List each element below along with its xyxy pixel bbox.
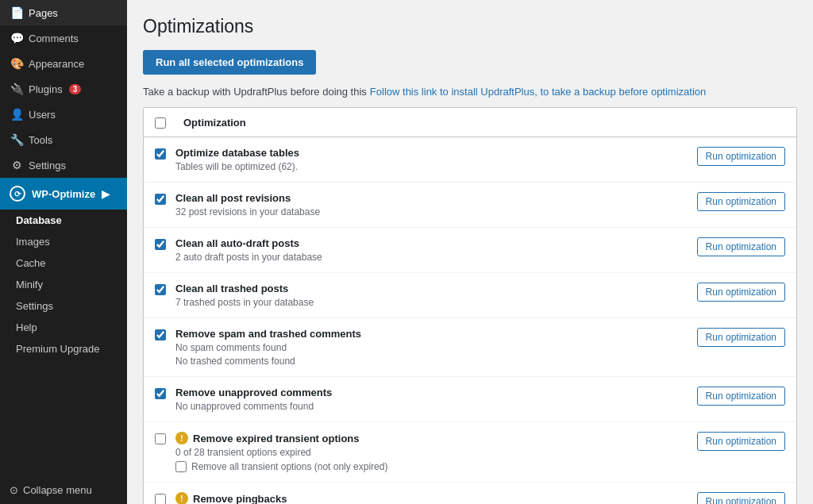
settings-sub-label: Settings	[16, 300, 53, 312]
opt-action-clean-auto-draft: Run optimization	[697, 237, 785, 256]
table-row: Remove spam and trashed comments No spam…	[144, 318, 796, 377]
table-row: Clean all post revisions 32 post revisio…	[144, 183, 796, 228]
run-opt-btn-clean-auto-draft[interactable]: Run optimization	[697, 237, 785, 256]
checkbox-remove-unapproved-comments[interactable]	[155, 388, 166, 399]
warning-icon-pingbacks: !	[175, 492, 188, 504]
table-header-row: Optimization	[144, 108, 796, 137]
checkbox-clean-post-revisions[interactable]	[155, 194, 166, 205]
sidebar-item-minify[interactable]: Minify	[0, 274, 127, 295]
transient-sub-option: Remove all transient options (not only e…	[175, 461, 688, 472]
sidebar-item-plugins[interactable]: 🔌 Plugins 3	[0, 76, 127, 102]
run-opt-btn-remove-pingbacks[interactable]: Run optimization	[697, 492, 785, 504]
opt-desc-clean-auto-draft: 2 auto draft posts in your database	[175, 252, 688, 263]
opt-title-clean-auto-draft: Clean all auto-draft posts	[175, 237, 688, 249]
opt-action-remove-spam-comments: Run optimization	[697, 328, 785, 347]
main-content: Optimizations Run all selected optimizat…	[127, 0, 813, 504]
table-row: Clean all auto-draft posts 2 auto draft …	[144, 228, 796, 273]
wp-optimize-header[interactable]: ⟳ WP-Optimize ▶	[0, 178, 127, 210]
opt-content-clean-auto-draft: Clean all auto-draft posts 2 auto draft …	[175, 237, 688, 263]
database-label: Database	[16, 214, 62, 226]
sidebar: 📄 Pages 💬 Comments 🎨 Appearance 🔌 Plugin…	[0, 0, 127, 504]
checkbox-clean-auto-draft[interactable]	[155, 239, 166, 250]
sidebar-item-cache[interactable]: Cache	[0, 252, 127, 274]
sidebar-label-pages: Pages	[29, 7, 58, 19]
checkbox-remove-pingbacks[interactable]	[155, 494, 166, 504]
plugins-icon: 🔌	[10, 83, 24, 95]
opt-desc-optimize-db-tables: Tables will be optimized (62).	[175, 161, 688, 172]
transient-all-checkbox[interactable]	[175, 461, 187, 472]
table-row: Remove unapproved comments No unapproved…	[144, 377, 796, 422]
run-opt-btn-optimize-db-tables[interactable]: Run optimization	[697, 147, 785, 166]
wp-optimize-icon: ⟳	[10, 186, 25, 202]
opt-title-clean-post-revisions: Clean all post revisions	[175, 192, 688, 204]
backup-notice-text: Take a backup with UpdraftPlus before do…	[143, 86, 367, 98]
sidebar-item-settings[interactable]: ⚙ Settings	[0, 152, 127, 178]
run-opt-btn-remove-spam-comments[interactable]: Run optimization	[697, 328, 785, 347]
opt-title-optimize-db-tables: Optimize database tables	[175, 147, 688, 159]
appearance-icon: 🎨	[10, 57, 24, 70]
table-row: Clean all trashed posts 7 trashed posts …	[144, 273, 796, 318]
sidebar-item-images[interactable]: Images	[0, 231, 127, 252]
collapse-menu-button[interactable]: ⊙ Collapse menu	[0, 476, 127, 504]
sidebar-item-settings-sub[interactable]: Settings	[0, 295, 127, 317]
sidebar-item-pages[interactable]: 📄 Pages	[0, 0, 127, 25]
run-opt-btn-remove-unapproved-comments[interactable]: Run optimization	[697, 387, 785, 406]
comments-icon: 💬	[10, 32, 24, 44]
settings-icon: ⚙	[10, 159, 24, 171]
select-all-checkbox[interactable]	[155, 117, 166, 129]
cache-label: Cache	[16, 257, 46, 269]
opt-action-clean-trashed-posts: Run optimization	[697, 283, 785, 302]
opt-desc-remove-spam-comments-1: No spam comments found	[175, 342, 688, 353]
sidebar-label-comments: Comments	[29, 33, 79, 44]
wp-optimize-label: WP-Optimize	[32, 188, 95, 200]
run-opt-btn-clean-post-revisions[interactable]: Run optimization	[697, 192, 785, 211]
opt-action-remove-expired-transient: Run optimization	[697, 432, 785, 451]
table-row: ! Remove pingbacks No pingbacks found Ru…	[144, 483, 796, 504]
sidebar-item-help[interactable]: Help	[0, 317, 127, 338]
sidebar-item-premium-upgrade[interactable]: Premium Upgrade	[0, 338, 127, 360]
opt-title-remove-spam-comments: Remove spam and trashed comments	[175, 328, 688, 340]
opt-content-remove-pingbacks: ! Remove pingbacks No pingbacks found	[175, 492, 688, 504]
opt-action-remove-pingbacks: Run optimization	[697, 492, 785, 504]
opt-action-optimize-db-tables: Run optimization	[697, 147, 785, 166]
sidebar-item-tools[interactable]: 🔧 Tools	[0, 127, 127, 152]
run-opt-btn-remove-expired-transient[interactable]: Run optimization	[697, 432, 785, 451]
sidebar-label-settings: Settings	[29, 160, 66, 171]
opt-content-clean-post-revisions: Clean all post revisions 32 post revisio…	[175, 192, 688, 217]
opt-desc-clean-trashed-posts: 7 trashed posts in your database	[175, 297, 688, 308]
sidebar-item-users[interactable]: 👤 Users	[0, 102, 127, 127]
checkbox-optimize-db-tables[interactable]	[155, 148, 166, 160]
checkbox-clean-trashed-posts[interactable]	[155, 284, 166, 295]
users-icon: 👤	[10, 108, 24, 121]
opt-content-remove-unapproved-comments: Remove unapproved comments No unapproved…	[175, 387, 688, 412]
run-opt-btn-clean-trashed-posts[interactable]: Run optimization	[697, 283, 785, 302]
opt-desc-remove-expired-transient: 0 of 28 transient options expired	[175, 447, 688, 458]
opt-title-remove-expired-transient: ! Remove expired transient options	[175, 432, 688, 444]
page-title: Optimizations	[143, 16, 797, 37]
sidebar-item-comments[interactable]: 💬 Comments	[0, 25, 127, 51]
opt-content-clean-trashed-posts: Clean all trashed posts 7 trashed posts …	[175, 283, 688, 308]
pages-icon: 📄	[10, 6, 24, 19]
sidebar-item-database[interactable]: Database	[0, 210, 127, 231]
opt-desc-remove-unapproved-comments: No unapproved comments found	[175, 401, 688, 412]
sidebar-item-appearance[interactable]: 🎨 Appearance	[0, 51, 127, 76]
minify-label: Minify	[16, 279, 43, 290]
checkbox-remove-expired-transient[interactable]	[155, 433, 166, 444]
sidebar-label-appearance: Appearance	[29, 58, 84, 70]
opt-action-clean-post-revisions: Run optimization	[697, 192, 785, 211]
run-all-button[interactable]: Run all selected optimizations	[143, 50, 316, 75]
checkbox-remove-spam-comments[interactable]	[155, 329, 166, 340]
backup-notice: Take a backup with UpdraftPlus before do…	[143, 86, 797, 98]
sidebar-label-users: Users	[29, 109, 56, 121]
plugins-badge: 3	[69, 84, 82, 94]
opt-content-remove-expired-transient: ! Remove expired transient options 0 of …	[175, 432, 688, 472]
tools-icon: 🔧	[10, 133, 24, 146]
collapse-icon: ⊙	[10, 484, 18, 496]
opt-desc-clean-post-revisions: 32 post revisions in your database	[175, 206, 688, 217]
backup-link[interactable]: Follow this link to install UpdraftPlus,…	[370, 86, 706, 98]
table-row: ! Remove expired transient options 0 of …	[144, 422, 796, 483]
premium-upgrade-label: Premium Upgrade	[16, 343, 100, 355]
opt-title-clean-trashed-posts: Clean all trashed posts	[175, 283, 688, 294]
opt-content-optimize-db-tables: Optimize database tables Tables will be …	[175, 147, 688, 172]
table-header-label: Optimization	[183, 117, 246, 129]
